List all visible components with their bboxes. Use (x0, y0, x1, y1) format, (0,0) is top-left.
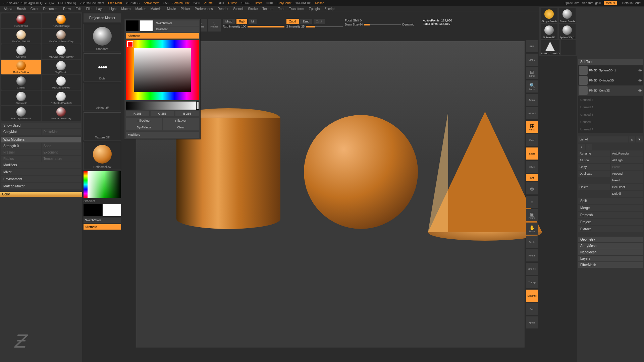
sphere3d1-swatch[interactable]: Sphere3D_1 (559, 24, 576, 39)
seethrough-slider[interactable]: See-through 0 (582, 1, 601, 5)
xyz-button[interactable]: Xyz (526, 174, 538, 181)
fibermesh-header[interactable]: FiberMesh (578, 262, 643, 268)
environment-section[interactable]: Environment (1, 176, 81, 182)
brush-swatch[interactable]: Standard (84, 24, 121, 52)
g-value[interactable]: G 255 (151, 111, 174, 116)
color-palette-header[interactable]: Color (0, 192, 82, 197)
black-swatch[interactable] (84, 204, 102, 216)
switchcolor-button[interactable]: SwitchColor (84, 218, 121, 223)
split-section[interactable]: Split (578, 198, 643, 204)
white-swatch[interactable] (103, 204, 121, 216)
matcap-maker-section[interactable]: Matcap Maker (1, 183, 81, 189)
copy-button[interactable]: Copy (578, 164, 610, 170)
pick-center2-button[interactable]: ○ (526, 196, 538, 208)
material-chrome[interactable]: Chrome (1, 44, 41, 59)
clear-button[interactable]: Clear (163, 124, 199, 130)
mrgb-button[interactable]: Mrgb (223, 19, 235, 24)
empty-swatch[interactable] (561, 40, 576, 55)
m-button[interactable]: M (249, 19, 257, 24)
material-matcap-skin04[interactable]: MatCap Skin04 (1, 29, 41, 44)
listall-button[interactable]: List All (578, 136, 628, 142)
rgb-button[interactable]: Rgb (236, 19, 248, 24)
append-button[interactable]: Append (611, 171, 643, 177)
solo-button[interactable]: Solo (526, 303, 538, 315)
local-button[interactable]: Local (526, 147, 538, 160)
material-matcap-skin06[interactable]: MatCap Skin06 (42, 75, 81, 90)
bpr-button[interactable]: BPR (526, 40, 538, 52)
menu-macro[interactable]: Macro (120, 7, 132, 11)
menu-stencil[interactable]: Stencil (231, 7, 245, 11)
eye-icon[interactable]: 👁 (638, 78, 642, 82)
syspalette-button[interactable]: SysPalette (126, 124, 162, 130)
spec-slider[interactable]: Spec (42, 143, 81, 149)
subtool-row[interactable]: PM3D_Cone3D👁 (578, 85, 643, 96)
dynamic-label[interactable]: Dynamic (402, 23, 414, 26)
actual-button[interactable]: Actual (526, 94, 538, 106)
menu-render[interactable]: Render (216, 7, 230, 11)
material-reflectyellow[interactable]: ReflectYellow (1, 60, 41, 74)
popup-alternate-button[interactable]: Alternate (126, 33, 199, 39)
nav-scale-button[interactable]: Scale (526, 236, 538, 248)
alpha-swatch[interactable]: Alpha Off (84, 83, 121, 111)
menu-tool[interactable]: Tool (276, 7, 286, 11)
autoreorder-button[interactable]: AutoReorder (611, 150, 643, 157)
draw-size-slider[interactable] (364, 24, 401, 25)
projection-master-button[interactable]: Projection Master (84, 13, 121, 22)
color-modifiers-section[interactable]: Modifiers (126, 132, 199, 138)
menu-document[interactable]: Document (42, 7, 60, 11)
menu-stroke[interactable]: Stroke (246, 7, 259, 11)
persp-button[interactable]: ▦Persp (526, 121, 538, 133)
zcut-button[interactable]: Zcut (314, 19, 325, 24)
sphere3d-swatch[interactable]: Sphere3D (541, 24, 557, 39)
nav-rotate-button[interactable]: Rotate (526, 249, 538, 261)
paste-button[interactable]: Paste (611, 164, 643, 170)
hue-indicator[interactable] (127, 41, 133, 47)
delall-button[interactable]: Del All (611, 191, 643, 197)
linefill-button[interactable]: Line Fill (526, 263, 538, 275)
popup-gradient-button[interactable]: Gradient (154, 26, 199, 32)
menus-button[interactable]: Menus (604, 1, 617, 5)
quicksave-button[interactable]: QuickSave (565, 1, 579, 5)
menu-marker[interactable]: Marker (133, 7, 147, 11)
rgb-intensity-slider[interactable] (248, 26, 284, 27)
eye-icon[interactable]: 👁 (638, 88, 642, 93)
delete-button[interactable]: Delete (578, 184, 610, 190)
spix-button[interactable]: SPix 3 (526, 54, 538, 66)
alllow-button[interactable]: All Low (578, 157, 610, 163)
dynamic-nav-button[interactable]: Dynamic (526, 290, 538, 302)
menu-draw[interactable]: Draw (61, 7, 72, 11)
material-chrome2[interactable]: Chrome2 (1, 90, 41, 105)
sphere-mesh[interactable] (304, 115, 418, 229)
floor-button[interactable]: Floor (526, 134, 538, 146)
modifiers-section[interactable]: Modifiers (1, 162, 81, 168)
frame-button[interactable]: ▣Frame (526, 209, 538, 221)
material-reflectred[interactable]: ReflectRed (1, 13, 41, 28)
menu-alpha[interactable]: Alpha (2, 7, 14, 11)
rename-button[interactable]: Rename (578, 150, 610, 157)
focal-shift-label[interactable]: Focal Shift 0 (345, 19, 362, 22)
simplebrush-swatch[interactable]: SimpleBrush (541, 8, 557, 23)
zoom-button[interactable]: 🔍Zoom (526, 80, 538, 93)
secondary-color-swatch[interactable] (140, 20, 153, 31)
color-picker[interactable] (126, 40, 199, 100)
arraymesh-header[interactable]: ArrayMesh (578, 243, 643, 249)
aahalf-button[interactable]: AAHalf (526, 107, 538, 119)
cone-mesh[interactable] (428, 112, 542, 242)
up-arrow-button[interactable]: ▲ (629, 136, 635, 142)
zadd-button[interactable]: Zadd (286, 19, 299, 24)
popup-switchcolor-button[interactable]: SwitchColor (154, 20, 199, 26)
value-slider[interactable] (126, 102, 199, 110)
menu-light[interactable]: Light (108, 7, 118, 11)
subtool-header[interactable]: SubTool (578, 59, 643, 65)
show-used-button[interactable]: Show Used (1, 123, 81, 128)
copymat-button[interactable]: CopyMat (1, 129, 41, 135)
xpose-button[interactable]: Xpose (526, 316, 538, 328)
color-swatches[interactable] (84, 204, 121, 216)
transp-button[interactable]: Transp (526, 276, 538, 288)
menu-transform[interactable]: Transform (287, 7, 306, 11)
material-matcap-metal03[interactable]: MatCap Metal03 (1, 106, 41, 121)
scroll-button[interactable]: ⊞Scroll (526, 67, 538, 79)
eye-icon[interactable]: 👁 (638, 68, 642, 72)
layers-header[interactable]: Layers (578, 256, 643, 261)
mixer-section[interactable]: Mixer (1, 169, 81, 175)
